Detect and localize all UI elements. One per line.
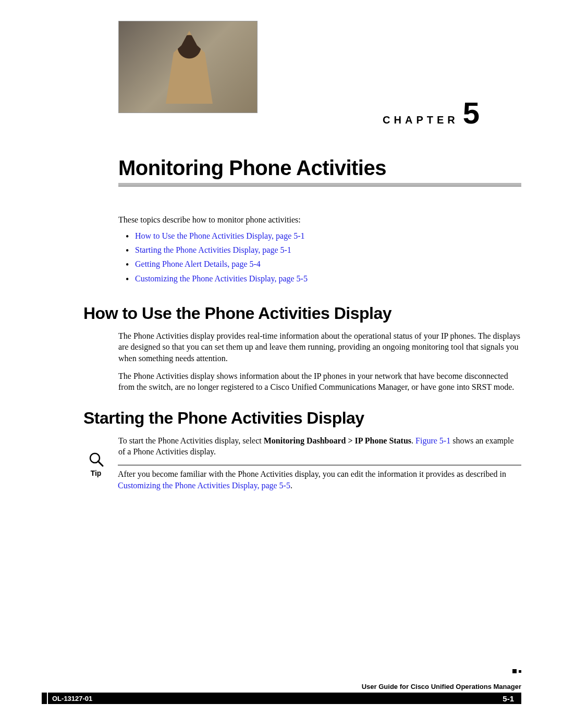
toc-item: Customizing the Phone Activities Display… — [135, 272, 521, 286]
body-paragraph: The Phone Activities display shows infor… — [118, 371, 521, 393]
section-heading-how-to-use: How to Use the Phone Activities Display — [83, 304, 521, 323]
chapter-title: Monitoring Phone Activities — [118, 156, 521, 180]
tip-icon: Tip — [83, 450, 108, 477]
figure-link[interactable]: Figure 5-1 — [415, 436, 450, 445]
text-span: . — [290, 481, 292, 490]
chapter-photo — [118, 21, 258, 113]
toc-link[interactable]: How to Use the Phone Activities Display,… — [135, 231, 305, 240]
text-span: To start the Phone Activities display, s… — [118, 436, 264, 445]
toc-link[interactable]: Getting Phone Alert Details, page 5-4 — [135, 260, 261, 268]
toc-item: How to Use the Phone Activities Display,… — [135, 229, 521, 243]
tip-rule — [118, 465, 521, 465]
svg-line-1 — [98, 461, 103, 466]
intro-paragraph: These topics describe how to monitor pho… — [118, 215, 521, 225]
bold-command: Monitoring Dashboard > IP Phone Status — [264, 436, 411, 445]
toc-item: Getting Phone Alert Details, page 5-4 — [135, 257, 521, 271]
tip-block: Tip After you become familiar with the P… — [83, 465, 521, 491]
chapter-header: CHAPTER 5 — [83, 21, 521, 125]
footer-bar: OL-13127-01 5-1 — [42, 693, 521, 704]
tip-text: After you become familiar with the Phone… — [118, 468, 521, 491]
toc-link[interactable]: Starting the Phone Activities Display, p… — [135, 245, 291, 254]
footer-docnum: OL-13127-01 — [47, 693, 92, 704]
toc-link[interactable]: Customizing the Phone Activities Display… — [135, 274, 308, 283]
body-paragraph: The Phone Activities display provides re… — [118, 330, 521, 364]
toc-item: Starting the Phone Activities Display, p… — [135, 243, 521, 257]
text-span: After you become familiar with the Phone… — [118, 470, 506, 478]
tip-link[interactable]: Customizing the Phone Activities Display… — [118, 481, 290, 490]
footer-marks — [512, 669, 521, 673]
chapter-label-line: CHAPTER 5 — [383, 100, 480, 126]
footer-guide-title: User Guide for Cisco Unified Operations … — [42, 683, 521, 690]
page: CHAPTER 5 Monitoring Phone Activities Th… — [0, 0, 563, 728]
section-heading-starting: Starting the Phone Activities Display — [83, 409, 521, 428]
chapter-word: CHAPTER — [383, 114, 459, 126]
tip-label: Tip — [83, 469, 108, 477]
chapter-number: 5 — [463, 100, 480, 126]
title-rule — [118, 183, 521, 187]
toc-list: How to Use the Phone Activities Display,… — [118, 229, 521, 286]
footer-pagenum: 5-1 — [495, 694, 521, 703]
body-paragraph: To start the Phone Activities display, s… — [118, 435, 521, 458]
page-footer: User Guide for Cisco Unified Operations … — [42, 683, 521, 704]
text-span: . — [411, 436, 415, 445]
